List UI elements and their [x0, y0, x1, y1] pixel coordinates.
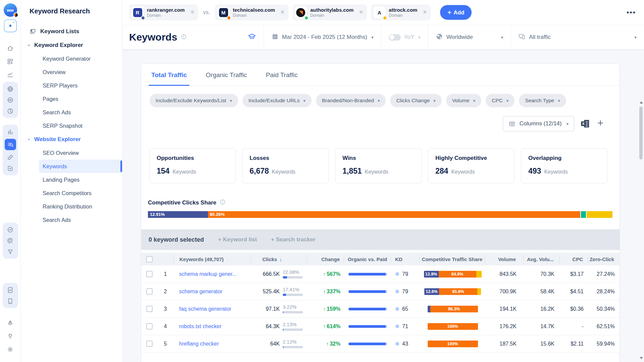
- tab-total-traffic[interactable]: Total Traffic: [151, 71, 187, 85]
- rail-gear-button[interactable]: [6, 345, 14, 353]
- row-checkbox[interactable]: [146, 306, 153, 312]
- summary-card-wins[interactable]: Wins 1,851 Keywords: [335, 148, 422, 183]
- sidebar-item-search-ads[interactable]: Search Ads: [39, 106, 122, 119]
- add-to-search-tracker-button[interactable]: + Search tracker: [271, 236, 316, 243]
- scroll-thumb[interactable]: [639, 107, 643, 160]
- sidebar-item-pages[interactable]: Pages: [39, 92, 122, 106]
- filter-branded-non-branded[interactable]: Branded/Non-Branded▾: [316, 94, 386, 107]
- ai-assistant-button[interactable]: ✦ ✦: [4, 19, 17, 32]
- sidebar-item-ranking-distribution[interactable]: Ranking Distribution: [39, 200, 122, 213]
- row-checkbox[interactable]: [146, 341, 153, 347]
- row-checkbox[interactable]: [146, 323, 153, 329]
- keyword-link[interactable]: robots.txt checker: [179, 323, 221, 329]
- date-range-selector[interactable]: Mar 2024 - Feb 2025 (12 Months) ▾: [264, 25, 381, 49]
- remove-domain-icon[interactable]: [279, 9, 286, 16]
- keyword-link[interactable]: hreflang checker: [179, 341, 219, 347]
- filter-cpc[interactable]: CPC▾: [486, 94, 515, 107]
- region-selector[interactable]: Worldwide ▾: [428, 25, 511, 49]
- avg-volume-column-header[interactable]: Avg. Volu...: [523, 255, 559, 263]
- info-icon[interactable]: [219, 199, 226, 206]
- competitive-traffic-share-column-header[interactable]: Competitive Traffic Share: [419, 255, 485, 263]
- filter-include-exclude-keywords-list[interactable]: Include/Exclude Keywords/List▾: [150, 94, 238, 107]
- volume-column-header[interactable]: Volume: [485, 255, 523, 263]
- domain-chip[interactable]: M technicalseo.com Domain: [215, 4, 288, 20]
- tab-paid-traffic[interactable]: Paid Traffic: [266, 71, 298, 85]
- sidebar-item-landing-pages[interactable]: Landing Pages: [39, 173, 122, 186]
- cpc-column-header[interactable]: CPC: [559, 255, 588, 263]
- keyword-link[interactable]: schema generator: [179, 289, 222, 294]
- columns-dropdown[interactable]: Columns (12/14) ▾: [503, 116, 574, 131]
- kd-column-header[interactable]: KD: [391, 255, 419, 263]
- yoy-toggle-section[interactable]: YoY ▾: [381, 25, 428, 49]
- rail-list-search-button-active[interactable]: [5, 139, 16, 150]
- domain-chip[interactable]: ◥ authoritylabs.com Domain: [292, 4, 367, 20]
- scroll-up-arrow[interactable]: [640, 101, 643, 104]
- sidebar-item-keyword-generator[interactable]: Keyword Generator: [39, 52, 122, 65]
- organic-vs-paid-column-header[interactable]: Organic vs. Paid: [344, 255, 391, 263]
- add-domain-button[interactable]: + Add: [440, 5, 472, 20]
- sidebar-item-seo-overview[interactable]: SEO Overview: [39, 146, 122, 160]
- rail-doc-chart-button[interactable]: [6, 286, 14, 294]
- domain-chip[interactable]: R rankranger.com Domain: [129, 4, 198, 20]
- keyword-link[interactable]: schema markup gener...: [179, 271, 237, 277]
- clicks-column-header[interactable]: Clicks↓: [251, 255, 307, 263]
- more-menu-icon[interactable]: •••: [627, 8, 636, 16]
- remove-domain-icon[interactable]: [189, 9, 196, 16]
- rail-rocket-button[interactable]: [6, 319, 14, 327]
- learn-graduation-cap-icon[interactable]: [248, 32, 256, 42]
- sidebar-item-serp-players[interactable]: SERP Players: [39, 79, 122, 92]
- summary-card-opportunities[interactable]: Opportunities 154 Keywords: [149, 148, 236, 183]
- add-column-icon[interactable]: [596, 119, 604, 128]
- traffic-type-selector[interactable]: All traffic ▾: [511, 25, 644, 49]
- keywords-column-header[interactable]: Keywords (49,707): [173, 255, 251, 263]
- rail-bars-button[interactable]: [6, 128, 14, 136]
- info-icon[interactable]: [180, 34, 187, 41]
- sidebar-item-search-competitors[interactable]: Search Competitors: [39, 186, 122, 200]
- summary-card-losses[interactable]: Losses 6,678 Keywords: [242, 148, 329, 183]
- remove-domain-icon[interactable]: [422, 9, 428, 16]
- rail-trend-button[interactable]: [6, 70, 14, 78]
- tab-organic-traffic[interactable]: Organic Traffic: [206, 71, 247, 85]
- filter-include-exclude-urls[interactable]: Include/Exclude URLs▾: [243, 94, 312, 107]
- scroll-down-arrow[interactable]: [640, 357, 643, 359]
- similarweb-logo[interactable]: ww: [4, 3, 17, 17]
- rail-globe-chart-button[interactable]: [6, 226, 14, 234]
- plus-icon: +: [447, 9, 451, 16]
- sidebar-group-keyword-explorer[interactable]: Keyword Explorer: [21, 38, 122, 52]
- row-checkbox[interactable]: [146, 271, 153, 277]
- rail-link-button[interactable]: [6, 153, 14, 161]
- summary-card-highly-competitive[interactable]: Highly Competitive 284 Keywords: [428, 148, 515, 183]
- keyword-link[interactable]: faq schema generator: [179, 306, 231, 312]
- excel-export-icon[interactable]: X: [580, 119, 590, 129]
- select-all-checkbox[interactable]: [146, 256, 153, 262]
- rail-globe-button[interactable]: [6, 85, 14, 93]
- rail-plug-button[interactable]: [6, 332, 14, 340]
- rail-home-button[interactable]: [6, 44, 14, 52]
- sidebar-group-website-explorer[interactable]: Website Explorer: [21, 132, 122, 146]
- rail-pie-button[interactable]: [6, 107, 14, 115]
- rail-globe-pulse-button[interactable]: [6, 96, 14, 104]
- sidebar-item-overview[interactable]: Overview: [39, 65, 122, 79]
- filter-clicks-change[interactable]: Clicks Change▾: [390, 94, 441, 107]
- rail-apps-button[interactable]: [6, 57, 14, 65]
- zero-click-column-header[interactable]: Zero-Click: [588, 255, 620, 263]
- filter-search-type[interactable]: Search Type▾: [519, 94, 566, 107]
- volume-value: 176.2K: [485, 323, 524, 329]
- rail-search-circle-button[interactable]: [6, 237, 14, 245]
- remove-domain-icon[interactable]: [358, 9, 364, 16]
- scrollbar[interactable]: [639, 101, 643, 362]
- sidebar-item-keywords[interactable]: Keywords: [39, 160, 122, 173]
- sidebar-item-keyword-lists[interactable]: Keyword Lists: [21, 24, 122, 38]
- sidebar-item-search-ads[interactable]: Search Ads: [39, 213, 122, 227]
- domain-chip[interactable]: A attrock.com Domain: [371, 4, 431, 20]
- yoy-toggle[interactable]: [389, 34, 401, 41]
- change-column-header[interactable]: Change: [307, 255, 344, 263]
- sidebar-item-serp-snapshot[interactable]: SERP Snapshot: [39, 119, 122, 132]
- add-to-keyword-list-button[interactable]: + Keyword list: [218, 236, 257, 243]
- rail-funnel-button[interactable]: [6, 248, 14, 256]
- row-checkbox[interactable]: [146, 288, 153, 295]
- filter-volume[interactable]: Volume▾: [446, 94, 481, 107]
- rail-bookmark-check-button[interactable]: [6, 164, 14, 172]
- summary-card-overlapping[interactable]: Overlapping 493 Keywords: [521, 148, 607, 183]
- rail-doc-button[interactable]: [6, 297, 14, 305]
